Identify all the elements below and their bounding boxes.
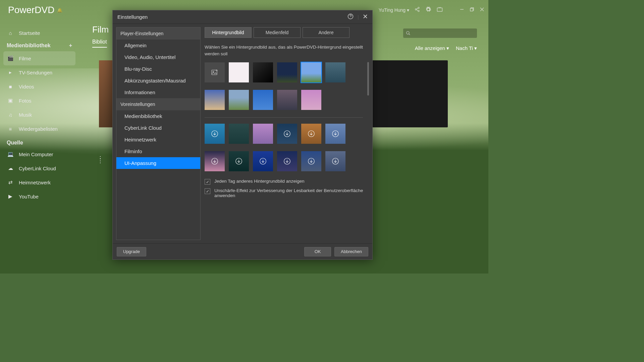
video-icon: ■ — [7, 83, 14, 90]
side-bluray[interactable]: Blu-ray-Disc — [116, 63, 200, 75]
chk-blur[interactable] — [205, 188, 210, 194]
wallpaper-thumb[interactable] — [205, 151, 225, 171]
side-ui[interactable]: UI-Anpassung — [116, 157, 200, 169]
dialog-title: Einstellungen — [117, 14, 148, 20]
nav-tv[interactable]: ▸TV-Sendungen — [0, 65, 79, 79]
side-shortcuts[interactable]: Abkürzungstasten/Mausrad — [116, 75, 200, 86]
wallpaper-thumb[interactable] — [253, 151, 273, 171]
wallpaper-thumb[interactable] — [205, 124, 225, 144]
cloud-icon: ☁ — [7, 165, 14, 172]
nav-playlists[interactable]: ≡Wiedergabelisten — [0, 122, 79, 136]
chk-daily[interactable] — [205, 179, 210, 185]
nav-homenet[interactable]: ⇄Heimnetzwerk — [0, 175, 79, 189]
wallpaper-thumb[interactable] — [325, 151, 345, 171]
side-header-prefs: Voreinstellungen — [116, 98, 200, 110]
close-icon[interactable] — [480, 7, 484, 13]
wallpaper-thumb[interactable] — [205, 62, 225, 82]
side-cloud[interactable]: CyberLink Cloud — [116, 122, 200, 134]
laptop-icon: 💻 — [7, 150, 14, 158]
nav-musik[interactable]: ♫Musik — [0, 108, 79, 122]
settings-sidebar: Player-Einstellungen Allgemein Video, Au… — [116, 27, 201, 240]
minimize-icon[interactable] — [460, 7, 464, 13]
divider — [205, 117, 363, 118]
side-medialib[interactable]: Medienbibliothek — [116, 110, 200, 122]
wallpaper-row-1 — [205, 62, 364, 82]
upgrade-button[interactable]: Upgrade — [117, 247, 146, 256]
nav-library-header: Medienbibliothek+ — [0, 40, 79, 51]
tab-medienfeld[interactable]: Medienfeld — [254, 27, 301, 38]
add-icon[interactable]: + — [69, 43, 72, 49]
cancel-button[interactable]: Abbrechen — [334, 247, 368, 256]
nav-filme[interactable]: 🎬Filme — [3, 51, 75, 65]
svg-rect-3 — [437, 8, 442, 12]
gear-icon[interactable] — [425, 6, 431, 14]
add-image-icon — [211, 68, 219, 76]
svg-point-1 — [415, 9, 417, 10]
network-icon: ⇄ — [7, 179, 14, 186]
wallpaper-row-3 — [205, 124, 364, 144]
wallpaper-thumb[interactable] — [325, 62, 345, 82]
svg-point-0 — [418, 7, 419, 8]
bell-icon[interactable]: 🔔 — [57, 8, 62, 13]
filter-sort[interactable]: Nach Ti ▾ — [456, 45, 477, 51]
side-filminfo[interactable]: Filminfo — [116, 145, 200, 157]
help-icon[interactable] — [347, 13, 354, 20]
nav-pc[interactable]: 💻Mein Computer — [0, 147, 79, 161]
svg-point-5 — [407, 32, 409, 34]
wallpaper-thumb[interactable] — [229, 90, 249, 110]
wallpaper-thumb[interactable] — [253, 62, 273, 82]
wallpaper-desc: Wählen Sie ein Hintergrundbild aus, das … — [205, 44, 364, 57]
drag-handle-icon[interactable]: ⋮⋮ — [97, 158, 103, 162]
wallpaper-thumb[interactable] — [277, 62, 297, 82]
side-video-audio[interactable]: Video, Audio, Untertitel — [116, 51, 200, 63]
youtube-icon: ▶ — [7, 193, 14, 200]
nav-videos[interactable]: ■Videos — [0, 79, 79, 94]
wallpaper-thumb[interactable] — [277, 90, 297, 110]
nav-fotos[interactable]: ▣Fotos — [0, 94, 79, 108]
wallpaper-thumb[interactable] — [325, 124, 345, 144]
wallpaper-thumb[interactable] — [277, 124, 297, 144]
chk-daily-label: Jeden Tag anderes Hintergrundbild anzeig… — [214, 179, 304, 184]
settings-dialog: Einstellungen | Player-Einstellungen All… — [112, 10, 373, 260]
dialog-titlebar: Einstellungen | — [113, 10, 372, 24]
wallpaper-row-2 — [205, 90, 364, 110]
search-icon — [406, 31, 411, 36]
nav-cloud[interactable]: ☁CyberLink Cloud — [0, 161, 79, 175]
svg-rect-4 — [470, 8, 473, 11]
wallpaper-thumb[interactable] — [229, 151, 249, 171]
tab-library[interactable]: Bibliot — [92, 39, 107, 48]
wallpaper-thumb[interactable] — [229, 124, 249, 144]
wallpaper-thumb[interactable] — [277, 151, 297, 171]
tab-andere[interactable]: Andere — [303, 27, 350, 38]
ok-button[interactable]: OK — [304, 247, 331, 256]
filter-show[interactable]: Alle anzeigen ▾ — [415, 45, 449, 51]
close-dialog-icon[interactable] — [363, 14, 368, 20]
home-icon: ⌂ — [7, 29, 14, 37]
scrollbar[interactable] — [367, 62, 369, 96]
nav-youtube[interactable]: ▶YouTube — [0, 189, 79, 203]
wallpaper-thumb[interactable] — [253, 90, 273, 110]
wallpaper-thumb[interactable] — [301, 90, 321, 110]
share-icon[interactable] — [415, 7, 420, 13]
wallpaper-thumb[interactable] — [205, 90, 225, 110]
wallpaper-thumb[interactable] — [301, 151, 321, 171]
wallpaper-thumb[interactable] — [301, 62, 321, 82]
wallpaper-thumb[interactable] — [301, 124, 321, 144]
user-menu[interactable]: YuTing Hung ▾ — [379, 7, 409, 13]
sidebar: ⌂Startseite Medienbibliothek+ 🎬Filme ▸TV… — [0, 22, 79, 270]
side-info[interactable]: Informationen — [116, 86, 200, 98]
wallpaper-row-4 — [205, 151, 364, 171]
maximize-icon[interactable] — [470, 7, 474, 13]
tv-icon[interactable] — [437, 7, 443, 13]
wallpaper-thumb[interactable] — [253, 124, 273, 144]
side-homenet[interactable]: Heimnetzwerk — [116, 134, 200, 145]
nav-home[interactable]: ⌂Startseite — [0, 26, 79, 40]
wallpaper-thumb[interactable] — [229, 62, 249, 82]
chk-blur-label: Unschärfe-Effekt zur Verbesserung der Le… — [214, 188, 364, 198]
svg-rect-7 — [212, 70, 217, 75]
tab-hintergrund[interactable]: Hintergrundbild — [205, 27, 252, 38]
search-input[interactable] — [403, 28, 477, 38]
playlist-icon: ≡ — [7, 125, 14, 132]
side-allgemein[interactable]: Allgemein — [116, 40, 200, 51]
nav-source-header: Quelle — [0, 136, 79, 147]
